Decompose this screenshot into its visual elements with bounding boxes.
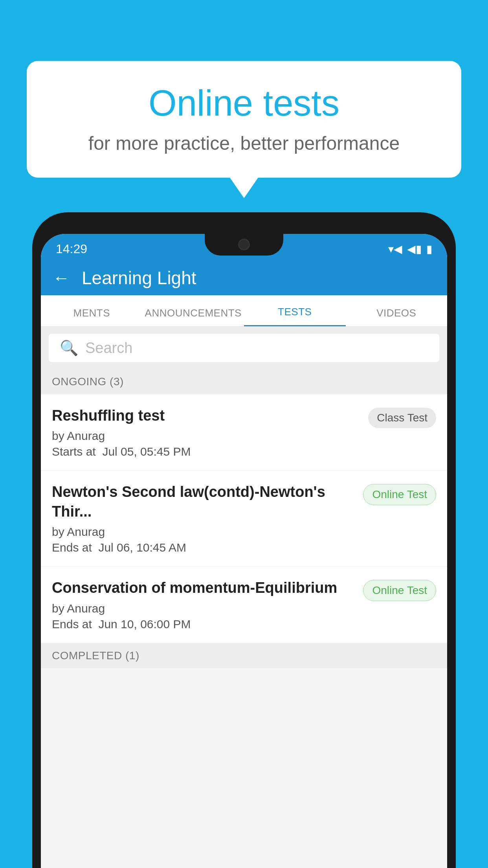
completed-section-header: COMPLETED (1) [41, 643, 447, 668]
tab-announcements[interactable]: ANNOUNCEMENTS [143, 307, 244, 326]
search-container: 🔍 Search [41, 327, 447, 369]
test-time: Starts at Jul 05, 05:45 PM [52, 445, 362, 458]
test-item[interactable]: Reshuffling test by Anurag Starts at Jul… [41, 394, 447, 471]
speech-bubble: Online tests for more practice, better p… [27, 61, 461, 178]
content-area: Reshuffling test by Anurag Starts at Jul… [41, 394, 447, 668]
test-info: Newton's Second law(contd)-Newton's Thir… [52, 482, 357, 554]
test-badge-online-2: Online Test [363, 580, 436, 601]
test-name: Conservation of momentum-Equilibrium [52, 578, 357, 598]
phone-notch [205, 234, 283, 256]
phone-frame: 14:29 ▾◀ ◀▮ ▮ ← Learning Light MENTS ANN… [32, 212, 456, 868]
speech-bubble-title: Online tests [50, 83, 438, 124]
tabs-bar: MENTS ANNOUNCEMENTS TESTS VIDEOS [41, 295, 447, 327]
test-time: Ends at Jul 06, 10:45 AM [52, 541, 357, 554]
test-item[interactable]: Conservation of momentum-Equilibrium by … [41, 566, 447, 643]
tab-ments[interactable]: MENTS [41, 307, 143, 326]
search-input[interactable]: Search [85, 340, 132, 357]
app-title: Learning Light [82, 267, 196, 289]
search-icon: 🔍 [60, 339, 78, 357]
test-by: by Anurag [52, 525, 357, 539]
app-header: ← Learning Light [41, 261, 447, 295]
status-icons: ▾◀ ◀▮ ▮ [388, 243, 432, 256]
test-info: Conservation of momentum-Equilibrium by … [52, 578, 357, 631]
test-name: Newton's Second law(contd)-Newton's Thir… [52, 482, 357, 521]
tab-tests[interactable]: TESTS [244, 306, 346, 326]
back-button[interactable]: ← [53, 269, 70, 287]
test-item[interactable]: Newton's Second law(contd)-Newton's Thir… [41, 471, 447, 566]
wifi-icon: ▾◀ [388, 243, 402, 256]
tab-videos[interactable]: VIDEOS [346, 307, 448, 326]
test-badge-class: Class Test [368, 408, 436, 428]
test-badge-online: Online Test [363, 484, 436, 505]
ongoing-section-header: ONGOING (3) [41, 369, 447, 394]
phone-screen: 14:29 ▾◀ ◀▮ ▮ ← Learning Light MENTS ANN… [41, 234, 447, 868]
test-info: Reshuffling test by Anurag Starts at Jul… [52, 406, 362, 458]
test-time: Ends at Jun 10, 06:00 PM [52, 618, 357, 631]
signal-icon: ◀▮ [407, 243, 422, 256]
battery-icon: ▮ [426, 243, 432, 256]
status-time: 14:29 [56, 242, 87, 256]
test-by: by Anurag [52, 429, 362, 443]
search-bar[interactable]: 🔍 Search [49, 334, 439, 362]
test-by: by Anurag [52, 602, 357, 615]
front-camera [238, 239, 250, 250]
test-name: Reshuffling test [52, 406, 362, 425]
speech-bubble-subtitle: for more practice, better performance [50, 132, 438, 154]
